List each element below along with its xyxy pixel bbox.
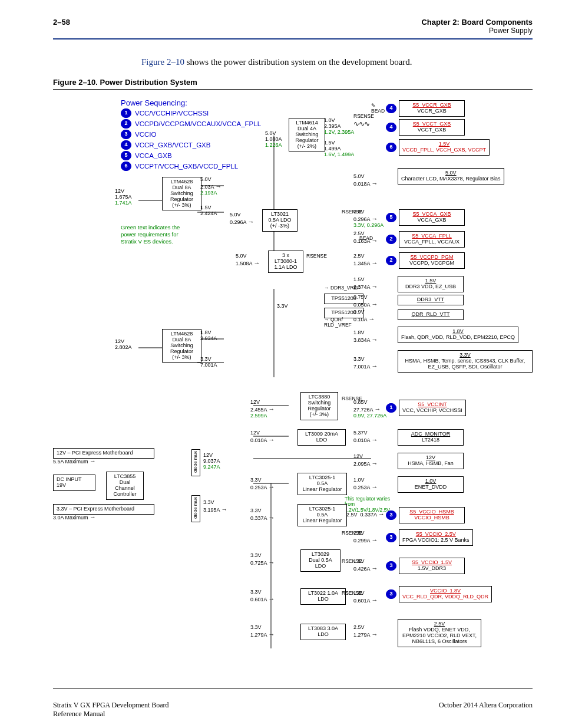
reg-lt3022: LT3022 1.0A LDO [300,588,346,605]
out-18-3834: 1.8V 3.834A [353,330,378,344]
mid-33-0337: 3.3V 0.337A [250,508,275,522]
arrow-icon [375,407,381,413]
arrow-icon [248,219,254,225]
mid-12v-9037: 12V 9.037A 9.247A [203,453,220,470]
seq-item: 6VCCPT/VCCH_GXB/VCCD_FPLL [121,162,261,171]
seq-pill: 6 [121,162,131,171]
arrow-icon [269,560,275,566]
page-header: 2–58 Chapter 2: Board Components Power S… [53,18,533,39]
reg-ltm4614: LTM4614 Dual 4A Switching Regulator (+/-… [289,118,325,151]
input-dc: DC INPUT 19V [53,475,95,491]
out-25-0163: 2.5V 0.163A [353,231,378,245]
footer-left: Stratix V GX FPGA Development Board Refe… [53,701,169,719]
rail-vccint: S5_VCCINTVCC, VCCHIP, VCCHSSI [399,400,466,416]
mid-18-3934: 1.8V 3.934A [200,330,217,342]
arrow-icon [378,512,385,518]
reg-lt3021: LT3021 0.5A LDO (+/ -3%) [262,209,297,232]
mid-12v-2455: 12V 2.455A 2.599A [250,400,275,419]
rail-12v-hsma: 12VHSMA, HSMB, Fan [398,453,464,469]
arrow-icon [269,407,275,413]
rail-33v-hsma: 3.3VHSMA, HSMB, Temp. sense, ICS8543, CL… [398,350,533,373]
seq-pill: 1 [121,108,131,118]
reg-ltc3880: LTC3880 Switching Regulator (+/- 3%) [300,392,338,420]
reg-ltm4628-a: LTM4628 Dual 8A Switching Regulator (+/-… [162,177,201,210]
rail-5v-charlcd: 5.0VCharacter LCD, MAX3378, Regulator Bi… [398,168,504,185]
rail-row: 6 1.5VVCCD_FPLL, VCCH_GXB, VCCPT [386,139,490,156]
rail-vccr-gxb: S5_VCCR_GXBVCCR_GXB [399,100,465,117]
page-footer: Stratix V GX FPGA Development Board Refe… [53,701,533,719]
mid-33-0725: 3.3V 0.725A [250,553,275,566]
mid-5v-0296: 5.0V 0.296A [230,212,254,226]
rail-vccio-15v: S5_VCCIO_1.5V1.5V_DDR3 [399,558,465,574]
out-15-1499: 1.5V 1.499A 1.6V, 1.499A [324,140,354,158]
figure-box: Power Sequencing: 1VCC/VCCHIP/VCCHSSI 2V… [53,89,533,689]
out-25-1345: 2.5V 1.345A [353,253,378,267]
arrow-icon [372,238,378,244]
out-30-0296: 3.0V 0.296A 3.3V, 0.296A [353,209,384,229]
reg-ltc3025a: LTC3025-1 0.5A Linear Regulator [297,473,347,495]
rail-ddr3-vtt: DDR3_VTT [398,295,464,305]
out-50-0018: 5.0V 0.018A [353,174,378,187]
rail-vcca-fpll: S5_VCCA_FPLLVCCA_FPLL, VCCAUX [399,231,465,248]
out-10-2395: 1.0V 2.395A 1.2V, 2.395A [324,118,354,136]
rsense-label: RSENSE [353,114,374,119]
mid-33: 3.3V [277,304,288,309]
section-title: Power Supply [421,27,533,35]
reg-lt3009: LT3009 20mA LDO [297,429,346,446]
seq-item: 5VCCA_GXB [121,151,261,160]
rail-row: 3 S5_VCCIO_2.5VFPGA VCCIO1: 2.5 V Banks [386,529,473,546]
rail-qdr-rld-vtt: QDR_RLD_VTT [398,309,464,320]
seq-item: 2VCCPD/VCCPGM/VCCAUX/VCCA_FPLL [121,119,261,129]
rail-vcca-gxb: S5_VCCA_GXBVCCA_GXB [399,209,465,226]
page-number: 2–58 [53,18,70,27]
rsense-resistor: ∿∿∿ [353,120,369,128]
mid-5v-203: 5.0V 2.03A 2.193A [200,177,222,196]
arrow-icon [372,216,378,222]
arrow-icon [90,459,96,465]
arrow-icon [254,261,260,266]
rail-vccio-hsmb: S5_VCCIO_HSMBVCCIO_HSMB [399,507,465,523]
mid-33-7001: 3.3V 7.001A [200,357,217,368]
out-25-0337: 2.5V 0.337A [346,510,385,518]
mid-33-0601: 3.3V 0.601A [250,589,275,603]
reg-ltm4628-b: LTM4628 Dual 8A Switching Regulator (+/-… [162,329,201,363]
rail-15v-ddr3: 1.5VDDR3 VDD, EZ_USB [398,276,464,292]
mid-33-0253: 3.3V 0.253A [250,477,275,491]
arrow-icon [372,261,378,266]
rail-25v-flash: 2.5VFlash VDDQ, ENET VDD, EPM2210 VCCIO2… [398,619,481,647]
intro-text: Figure 2–10 shows the power distribution… [141,57,533,67]
diodemux-box-2: diode mux [191,495,200,522]
seq-pill: 4 [121,140,131,150]
figure-ref: Figure 2–10 [141,57,184,67]
input-12v-top: 12V 1.675A 1.741A [115,189,132,206]
seq-item: 4VCCR_GXB/VCCT_GXB [121,140,261,150]
out-33-7001: 3.3V 7.001A [353,357,378,370]
seq-item: 1VCC/VCCHIP/VCCHSSI [121,108,261,118]
arrow-icon [372,461,378,467]
rail-row: 3 S5_VCCIO_1.5V1.5V_DDR3 [386,558,465,574]
arrow-icon [372,364,378,370]
input-12v-bot: 12V 2.802A [115,339,132,351]
arrow-icon [372,284,378,290]
arrow-icon [269,437,275,443]
rail-15v-vccd: 1.5VVCCD_FPLL, VCCH_GXB, VCCPT [399,139,490,156]
arrow-icon [269,515,275,521]
reg-ltc3855: LTC3855 Dual Channel Controller [106,472,144,500]
out-18-0601: 1.8V 0.601A [353,591,378,604]
green-note: Green text indicates the power requireme… [121,224,186,245]
out-537-0010: 5.37V 0.010A [353,430,378,444]
rail-10v-enet: 1.0VENET_DVDD [398,476,464,493]
arrow-icon [372,302,378,308]
rail-18v-flash: 1.8VFlash, QDR_VDD, RLD_VDD, EPM2210, EP… [398,327,518,343]
arrow-icon [372,485,378,490]
arrow-icon [372,566,378,572]
rail-adc-monitor: ADC_MONITORLT2418 [398,429,464,446]
rsense-label: RSENSE [306,253,327,259]
mid-5v-1508: 5.0V 1.508A [236,253,260,267]
rail-row: 4 S5_VCCR_GXBVCCR_GXB [386,100,465,117]
arrow-icon [372,437,378,443]
input-pci-12v-max: 5.5A Maximum [53,457,96,465]
mid-33-1279: 3.3V 1.279A [250,625,275,638]
chapter-title: Chapter 2: Board Components [421,18,533,27]
rail-vccio-25v: S5_VCCIO_2.5VFPGA VCCIO1: 2.5 V Banks [399,529,473,546]
